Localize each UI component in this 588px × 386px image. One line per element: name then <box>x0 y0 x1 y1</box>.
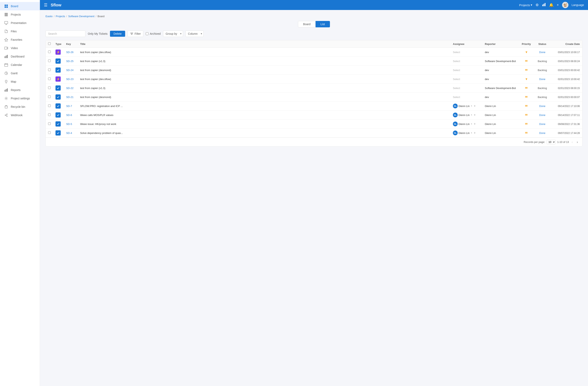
prev-page-button[interactable]: ‹ <box>570 140 574 144</box>
sidebar-label-gantt: Gantt <box>11 72 18 75</box>
sidebar-item-calendar[interactable]: Calendar <box>0 61 40 69</box>
ticket-key-link[interactable]: SD-4 <box>66 131 72 134</box>
reporter-cell: dev <box>483 75 518 84</box>
filter-button[interactable]: Filter <box>127 31 143 37</box>
svg-rect-6 <box>5 15 8 16</box>
sidebar-item-projects[interactable]: Projects <box>0 10 40 19</box>
column-select[interactable]: Column <box>186 31 204 37</box>
remove-assignee-button[interactable]: × <box>471 123 472 125</box>
ticket-key-link[interactable]: SD-7 <box>66 105 72 107</box>
assignee-chip: GLGlenn Lin×+ <box>453 130 480 135</box>
priority-cell <box>518 57 534 66</box>
breadcrumb-projects[interactable]: Projects <box>56 15 65 18</box>
sidebar-item-webhook[interactable]: Webhook <box>0 111 40 119</box>
ticket-key-link[interactable]: SD-23 <box>66 78 73 81</box>
sidebar-label-reports: Reports <box>11 88 21 92</box>
chart-icon[interactable] <box>542 2 546 8</box>
priority-dropdown-icon[interactable]: ▾ <box>525 50 527 54</box>
assignee-cell: GLGlenn Lin×+ <box>450 102 483 110</box>
language-button[interactable]: Language <box>572 3 584 7</box>
ticket-key-link[interactable]: SD-22 <box>66 87 73 90</box>
remove-assignee-button[interactable]: × <box>471 114 472 116</box>
projects-chevron-icon: ▾ <box>531 3 532 7</box>
ticket-key-link[interactable]: SD-5 <box>66 123 72 126</box>
row-checkbox[interactable] <box>48 131 51 134</box>
assignee-select[interactable]: Select <box>453 87 460 90</box>
assignee-select[interactable]: Select <box>453 60 460 63</box>
sidebar-item-map[interactable]: Map <box>0 77 40 86</box>
per-page-wrap: 10 20 50 ▾ <box>547 140 556 144</box>
page-range: 1-10 of 13 <box>557 141 569 144</box>
add-icon[interactable]: + <box>557 3 559 7</box>
select-all-checkbox[interactable] <box>48 42 51 45</box>
add-assignee-button[interactable]: + <box>474 104 476 108</box>
add-assignee-button[interactable]: + <box>474 113 476 117</box>
add-assignee-button[interactable]: + <box>474 131 476 135</box>
row-checkbox[interactable] <box>48 113 51 116</box>
groupby-select[interactable]: Group by <box>163 31 183 37</box>
remove-assignee-button[interactable]: × <box>471 105 472 107</box>
video-icon <box>4 46 8 50</box>
archived-checkbox[interactable] <box>146 32 148 35</box>
row-checkbox[interactable] <box>48 122 51 125</box>
sidebar-item-favorites[interactable]: Favorites <box>0 36 40 44</box>
assignee-cell: Select <box>450 57 483 66</box>
add-assignee-button[interactable]: + <box>474 122 476 126</box>
svg-rect-13 <box>6 56 7 58</box>
ticket-key-link[interactable]: SD-6 <box>66 114 72 117</box>
row-checkbox[interactable] <box>48 68 51 71</box>
sidebar-item-files[interactable]: Files <box>0 27 40 36</box>
sidebar-item-gantt[interactable]: Gantt <box>0 69 40 77</box>
sidebar-item-project-settings[interactable]: Project settings <box>0 94 40 103</box>
search-input[interactable] <box>45 31 85 37</box>
delete-button[interactable]: Delete <box>110 31 125 37</box>
menu-icon[interactable]: ☰ <box>44 2 47 7</box>
sidebar-label-projects: Projects <box>11 13 21 16</box>
row-checkbox[interactable] <box>48 60 51 62</box>
row-checkbox[interactable] <box>48 104 51 107</box>
status-badge: Done <box>539 114 545 117</box>
date-cell: 09/08/2022 17:31:36 <box>550 120 582 129</box>
assignee-select[interactable]: Select <box>453 78 460 81</box>
ticket-key-link[interactable]: SD-21 <box>66 96 73 99</box>
settings-icon[interactable]: ⚙ <box>536 3 539 7</box>
breadcrumb-easiio[interactable]: Easiio <box>45 15 52 18</box>
list-view-button[interactable]: List <box>315 21 330 27</box>
assignee-select[interactable]: Select <box>453 51 460 54</box>
sidebar-item-video[interactable]: Video <box>0 44 40 52</box>
priority-dropdown-icon[interactable]: ▾ <box>525 77 527 81</box>
row-checkbox[interactable] <box>48 95 51 98</box>
row-checkbox[interactable] <box>48 77 51 80</box>
ticket-key-link[interactable]: SD-24 <box>66 69 73 72</box>
assignee-chip: GLGlenn Lin×+ <box>453 113 480 117</box>
webhook-icon <box>4 113 8 117</box>
sidebar-item-board[interactable]: Board <box>0 2 40 10</box>
table-row: SD-21test from zapier (desmond)Selectdev… <box>46 93 582 102</box>
row-checkbox[interactable] <box>48 86 51 89</box>
svg-point-26 <box>6 98 7 99</box>
board-view-button[interactable]: Board <box>298 21 315 27</box>
per-page-select[interactable]: 10 20 50 <box>547 140 556 144</box>
sidebar-item-recycle-bin[interactable]: Recycle bin <box>0 103 40 111</box>
breadcrumb-software-development[interactable]: Software Development <box>68 15 95 18</box>
notification-icon[interactable]: 🔔 <box>549 3 553 7</box>
next-page-button[interactable]: › <box>576 140 579 144</box>
ticket-title: SFLOW.PRO: registration and ICP ... <box>78 102 450 110</box>
assignee-select[interactable]: Select <box>453 96 460 99</box>
row-checkbox[interactable] <box>48 50 51 53</box>
sidebar-item-dashboard[interactable]: Dashboard <box>0 52 40 61</box>
date-cell: 03/01/2023 00:00:42 <box>550 66 582 75</box>
sidebar-item-reports[interactable]: Reports <box>0 86 40 94</box>
avatar[interactable]: 🐒 <box>562 2 568 8</box>
reporter-cell: dev <box>483 48 518 57</box>
svg-point-28 <box>5 115 6 116</box>
sidebar-label-favorites: Favorites <box>11 38 22 41</box>
remove-assignee-button[interactable]: × <box>471 131 472 134</box>
projects-menu[interactable]: Projects ▾ <box>519 3 532 7</box>
ticket-key-link[interactable]: SD-26 <box>66 51 73 54</box>
svg-rect-27 <box>5 106 7 108</box>
ticket-key-link[interactable]: SD-25 <box>66 60 73 63</box>
reporter-cell: Glenn Lin <box>483 110 518 120</box>
sidebar-item-presentation[interactable]: Presentation <box>0 19 40 27</box>
assignee-select[interactable]: Select <box>453 69 460 72</box>
